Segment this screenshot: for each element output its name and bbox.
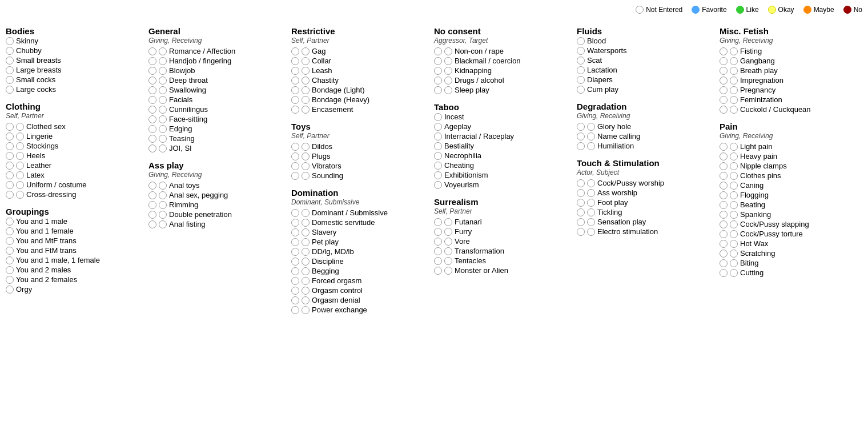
role-circle-1[interactable] [291, 306, 299, 314]
role-circle-1[interactable] [6, 86, 14, 94]
role-circle-1[interactable] [720, 182, 728, 190]
role-circle-1[interactable] [291, 287, 299, 295]
role-circle-1[interactable] [720, 191, 728, 199]
role-circle-2[interactable] [159, 47, 167, 55]
role-circle-2[interactable] [302, 96, 310, 104]
role-circle-2[interactable] [159, 115, 167, 123]
role-circle-2[interactable] [302, 228, 310, 236]
role-circle-1[interactable] [434, 228, 442, 236]
role-circle-1[interactable] [720, 86, 728, 94]
role-circle-1[interactable] [720, 162, 728, 170]
role-circle-1[interactable] [291, 228, 299, 236]
role-circle-2[interactable] [730, 230, 738, 238]
role-circle-1[interactable] [434, 132, 442, 140]
role-circle-1[interactable] [6, 47, 14, 55]
role-circle-2[interactable] [444, 228, 452, 236]
role-circle-2[interactable] [444, 247, 452, 255]
role-circle-1[interactable] [148, 191, 156, 199]
role-circle-2[interactable] [302, 219, 310, 227]
role-circle-1[interactable] [6, 276, 14, 284]
role-circle-2[interactable] [16, 142, 24, 150]
role-circle-2[interactable] [302, 209, 310, 217]
role-circle-1[interactable] [577, 86, 585, 94]
role-circle-1[interactable] [6, 286, 14, 294]
role-circle-2[interactable] [159, 57, 167, 65]
role-circle-2[interactable] [159, 182, 167, 190]
role-circle-1[interactable] [6, 123, 14, 131]
role-circle-1[interactable] [148, 106, 156, 114]
role-circle-1[interactable] [434, 171, 442, 179]
role-circle-1[interactable] [434, 238, 442, 246]
role-circle-2[interactable] [302, 106, 310, 114]
role-circle-2[interactable] [587, 208, 595, 216]
role-circle-2[interactable] [159, 106, 167, 114]
role-circle-1[interactable] [148, 201, 156, 209]
role-circle-2[interactable] [302, 287, 310, 295]
role-circle-2[interactable] [730, 269, 738, 277]
role-circle-1[interactable] [577, 189, 585, 197]
role-circle-1[interactable] [6, 37, 14, 45]
role-circle-1[interactable] [720, 143, 728, 151]
role-circle-1[interactable] [577, 57, 585, 65]
role-circle-1[interactable] [148, 115, 156, 123]
role-circle-1[interactable] [720, 47, 728, 55]
role-circle-1[interactable] [148, 67, 156, 75]
role-circle-1[interactable] [6, 181, 14, 189]
role-circle-1[interactable] [434, 77, 442, 85]
role-circle-1[interactable] [577, 179, 585, 187]
role-circle-2[interactable] [302, 172, 310, 180]
role-circle-1[interactable] [720, 96, 728, 104]
role-circle-1[interactable] [6, 256, 14, 264]
role-circle-1[interactable] [6, 162, 14, 170]
role-circle-1[interactable] [577, 66, 585, 74]
role-circle-1[interactable] [720, 57, 728, 65]
role-circle-1[interactable] [291, 258, 299, 266]
role-circle-2[interactable] [444, 67, 452, 75]
role-circle-1[interactable] [148, 77, 156, 85]
role-circle-2[interactable] [302, 57, 310, 65]
role-circle-2[interactable] [159, 191, 167, 199]
role-circle-1[interactable] [720, 172, 728, 180]
role-circle-1[interactable] [577, 142, 585, 150]
role-circle-2[interactable] [302, 47, 310, 55]
role-circle-1[interactable] [720, 67, 728, 75]
role-circle-1[interactable] [148, 96, 156, 104]
role-circle-2[interactable] [16, 123, 24, 131]
role-circle-2[interactable] [302, 277, 310, 285]
role-circle-1[interactable] [291, 86, 299, 94]
role-circle-1[interactable] [6, 266, 14, 274]
role-circle-1[interactable] [291, 267, 299, 275]
role-circle-2[interactable] [587, 142, 595, 150]
role-circle-2[interactable] [302, 162, 310, 170]
role-circle-2[interactable] [730, 211, 738, 219]
role-circle-2[interactable] [587, 179, 595, 187]
role-circle-1[interactable] [148, 211, 156, 219]
role-circle-1[interactable] [6, 76, 14, 84]
role-circle-2[interactable] [302, 67, 310, 75]
role-circle-2[interactable] [302, 86, 310, 94]
role-circle-2[interactable] [730, 143, 738, 151]
role-circle-2[interactable] [730, 152, 738, 160]
role-circle-1[interactable] [720, 77, 728, 85]
role-circle-1[interactable] [291, 47, 299, 55]
role-circle-2[interactable] [16, 132, 24, 140]
role-circle-1[interactable] [291, 143, 299, 151]
role-circle-1[interactable] [720, 269, 728, 277]
role-circle-1[interactable] [720, 220, 728, 228]
role-circle-1[interactable] [720, 240, 728, 248]
role-circle-1[interactable] [291, 67, 299, 75]
role-circle-1[interactable] [577, 228, 585, 236]
role-circle-2[interactable] [730, 162, 738, 170]
role-circle-2[interactable] [730, 106, 738, 114]
role-circle-1[interactable] [291, 296, 299, 304]
role-circle-2[interactable] [587, 132, 595, 140]
role-circle-2[interactable] [16, 171, 24, 179]
role-circle-2[interactable] [159, 77, 167, 85]
role-circle-2[interactable] [587, 199, 595, 207]
role-circle-2[interactable] [302, 306, 310, 314]
role-circle-2[interactable] [444, 47, 452, 55]
role-circle-1[interactable] [720, 250, 728, 258]
role-circle-2[interactable] [444, 238, 452, 246]
role-circle-2[interactable] [730, 220, 738, 228]
role-circle-2[interactable] [159, 144, 167, 152]
